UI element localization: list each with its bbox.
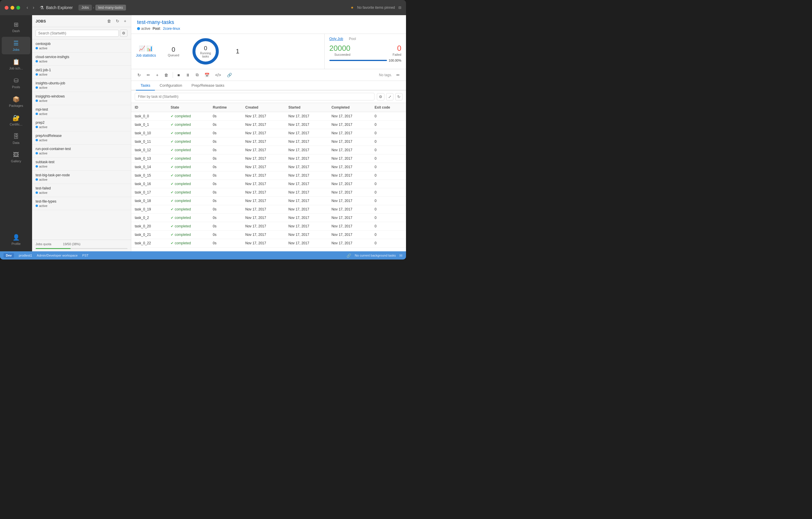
table-row[interactable]: task_0_14 ✔ completed 0s Nov 17, 2017 No… [131, 163, 406, 171]
code-button[interactable]: </> [213, 71, 224, 79]
pool-tab[interactable]: Pool [349, 37, 356, 41]
sidebar-item-jobsch[interactable]: 📋 Job sch... [2, 55, 30, 73]
jobs-filter-button[interactable]: ⚙ [120, 29, 127, 37]
table-row[interactable]: task_0_0 ✔ completed 0s Nov 17, 2017 Nov… [131, 112, 406, 120]
link-button[interactable]: 🔗 [224, 71, 234, 79]
pool-link[interactable]: 2core-linux [163, 27, 180, 31]
close-button[interactable] [5, 6, 8, 10]
table-row[interactable]: task_0_18 ✔ completed 0s Nov 17, 2017 No… [131, 197, 406, 205]
jobs-search-input[interactable] [36, 30, 119, 37]
task-exitcode: 0 [371, 155, 406, 163]
job-list-item[interactable]: prepAndRelease active [32, 131, 131, 144]
job-list-item[interactable]: run-pool-container-test active [32, 144, 131, 158]
check-icon: ✔ [171, 148, 174, 152]
job-detail-title[interactable]: test-many-tasks [137, 19, 174, 25]
task-id: task_0_17 [131, 188, 167, 197]
jobs-icon: ☰ [13, 40, 19, 47]
sidebar-item-certific[interactable]: 🔐 Certific... [2, 111, 30, 129]
task-state: ✔ completed [167, 129, 209, 137]
tab-tasks[interactable]: Tasks [136, 81, 155, 90]
task-filter-input[interactable] [135, 93, 375, 101]
breadcrumb-jobs[interactable]: Jobs [79, 5, 92, 10]
task-state: ✔ completed [167, 155, 209, 163]
maximize-button[interactable] [16, 6, 20, 10]
task-started: Nov 17, 2017 [285, 222, 328, 230]
clone-button[interactable]: ⧉ [193, 71, 201, 79]
link-status-icon: 🔗 [347, 253, 351, 258]
task-started: Nov 17, 2017 [285, 205, 328, 214]
calendar-button[interactable]: 📅 [202, 71, 212, 79]
forward-button[interactable]: › [31, 4, 36, 11]
job-statistics-button[interactable]: Job statistics [136, 53, 156, 57]
filter-icons: ⚙ ⤢ ↻ [377, 93, 403, 101]
add-task-button[interactable]: + [153, 71, 161, 79]
tab-prep-release[interactable]: Prep/Release tasks [187, 81, 229, 90]
job-item-status: active [36, 178, 127, 181]
table-row[interactable]: task_0_10 ✔ completed 0s Nov 17, 2017 No… [131, 129, 406, 137]
quota-bar-container [32, 248, 131, 251]
sidebar-item-profile[interactable]: 👤 Profile [2, 231, 30, 248]
task-started: Nov 17, 2017 [285, 163, 328, 171]
table-row[interactable]: task_0_1 ✔ completed 0s Nov 17, 2017 Nov… [131, 120, 406, 129]
sidebar-item-pools[interactable]: ⛁ Pools [2, 74, 30, 92]
status-text: active [39, 73, 48, 76]
timezone-label: PST [82, 254, 88, 257]
tab-configuration[interactable]: Configuration [155, 81, 187, 90]
filter-active-button[interactable]: ⚙ [377, 93, 384, 101]
state-text: completed [175, 182, 191, 186]
only-job-tab[interactable]: Only Job [329, 37, 343, 41]
table-row[interactable]: task_0_2 ✔ completed 0s Nov 17, 2017 Nov… [131, 214, 406, 222]
pause-button[interactable]: ⏸ [183, 71, 193, 79]
job-list-item[interactable]: cloud-service-insihgts active [32, 53, 131, 66]
job-list-item[interactable]: centosjob active [32, 39, 131, 53]
stop-button[interactable]: ■ [175, 71, 182, 79]
table-row[interactable]: task_0_20 ✔ completed 0s Nov 17, 2017 No… [131, 222, 406, 230]
back-button[interactable]: ‹ [25, 4, 30, 11]
job-list-item[interactable]: test-file-types active [32, 197, 131, 210]
refresh-tasks-button[interactable]: ↻ [395, 93, 403, 101]
status-text: active [39, 165, 48, 168]
main-content: ⊞ Dash ☰ Jobs 📋 Job sch... ⛁ Pools 📦 Pac… [0, 15, 406, 251]
task-started: Nov 17, 2017 [285, 137, 328, 146]
table-row[interactable]: task_0_19 ✔ completed 0s Nov 17, 2017 No… [131, 205, 406, 214]
task-state: ✔ completed [167, 163, 209, 171]
nav-arrows: ‹ › [25, 4, 36, 11]
job-list-item[interactable]: test-big-task-per-node active [32, 171, 131, 184]
delete-jobs-button[interactable]: 🗑 [106, 18, 112, 24]
sidebar-item-data[interactable]: 🗄 Data [2, 130, 30, 147]
minimize-button[interactable] [10, 6, 14, 10]
edit-button[interactable]: ✏ [144, 71, 153, 79]
sidebar-item-jobs[interactable]: ☰ Jobs [2, 37, 30, 54]
table-row[interactable]: task_0_21 ✔ completed 0s Nov 17, 2017 No… [131, 230, 406, 239]
refresh-button[interactable]: ↻ [135, 71, 144, 79]
job-list-item[interactable]: insights-ubuntu-job active [32, 79, 131, 92]
sidebar-item-gallery[interactable]: 🖼 Gallery [2, 148, 30, 166]
table-row[interactable]: task_0_16 ✔ completed 0s Nov 17, 2017 No… [131, 180, 406, 188]
tasks-table-wrap[interactable]: ID State Runtime Created Started Complet… [131, 103, 406, 251]
table-row[interactable]: task_0_22 ✔ completed 0s Nov 17, 2017 No… [131, 239, 406, 248]
job-list-item[interactable]: test-failed active [32, 184, 131, 197]
job-list-item[interactable]: del1:job-1 active [32, 66, 131, 79]
job-list-item[interactable]: prep2 active [32, 118, 131, 131]
table-row[interactable]: task_0_17 ✔ completed 0s Nov 17, 2017 No… [131, 188, 406, 197]
job-list-item[interactable]: mpi-test active [32, 105, 131, 118]
task-state: ✔ completed [167, 180, 209, 188]
table-row[interactable]: task_0_12 ✔ completed 0s Nov 17, 2017 No… [131, 146, 406, 155]
table-row[interactable]: task_0_13 ✔ completed 0s Nov 17, 2017 No… [131, 155, 406, 163]
expand-button[interactable]: ⤢ [386, 93, 394, 101]
job-list-item[interactable]: insigights-windows active [32, 92, 131, 105]
breadcrumb-current-job[interactable]: test-many-tasks [95, 5, 126, 10]
sidebar-label-data: Data [12, 141, 19, 144]
add-job-button[interactable]: + [123, 18, 127, 24]
layout-icon[interactable]: ⊟ [399, 5, 401, 10]
job-list-item[interactable]: subtask-test active [32, 158, 131, 171]
table-row[interactable]: task_0_15 ✔ completed 0s Nov 17, 2017 No… [131, 171, 406, 180]
refresh-jobs-button[interactable]: ↻ [115, 18, 120, 24]
sidebar-item-dash[interactable]: ⊞ Dash [2, 18, 30, 36]
table-row[interactable]: task_0_11 ✔ completed 0s Nov 17, 2017 No… [131, 137, 406, 146]
task-state: ✔ completed [167, 120, 209, 129]
delete-task-button[interactable]: 🗑 [162, 71, 171, 79]
sidebar-item-packages[interactable]: 📦 Packages [2, 93, 30, 110]
job-item-status: active [36, 86, 127, 89]
edit-tags-button[interactable]: ✏ [394, 71, 403, 79]
